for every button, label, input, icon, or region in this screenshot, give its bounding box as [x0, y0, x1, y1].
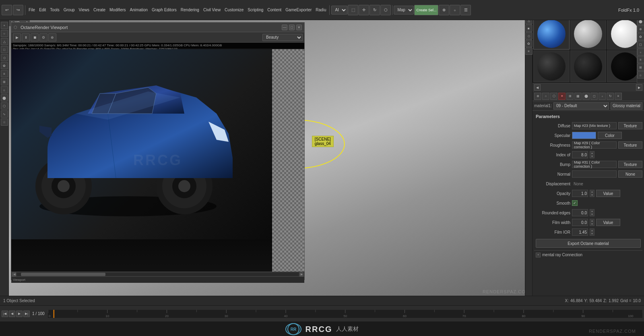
game-exporter-menu[interactable]: GameExporter — [284, 8, 313, 12]
bump-value[interactable]: Map #31 ( Color correction ) — [572, 161, 617, 168]
oct-pause-btn[interactable]: ⏸ — [22, 33, 30, 41]
left-btn-9[interactable]: ☼ — [1, 86, 8, 93]
mat-tool-1[interactable]: ⊕ — [534, 93, 541, 100]
left-btn-7[interactable]: ≡ — [1, 70, 8, 77]
opacity-type[interactable]: Value — [596, 190, 620, 197]
mat-right-btn-7[interactable]: ⊞ — [637, 64, 644, 71]
mat-type-btn[interactable]: Glossy material — [611, 102, 642, 110]
mat-right-btn-5[interactable]: ⬦ — [637, 48, 644, 56]
next-frame-btn[interactable]: ▶| — [23, 311, 30, 317]
octane-titlebar[interactable]: ⬡ OctaneRender Viewport — □ ✕ — [11, 23, 304, 32]
oct-mode-select[interactable]: Beauty — [262, 34, 303, 41]
left-btn-1[interactable]: + — [1, 22, 8, 29]
mat-right-btn-3[interactable]: ✿ — [637, 33, 644, 40]
film-ior-down[interactable]: ▼ — [590, 232, 594, 235]
left-btn-8[interactable]: ⊞ — [1, 78, 8, 85]
mat-tool-10[interactable]: ≡ — [615, 93, 622, 100]
maximize-btn[interactable]: □ — [289, 25, 295, 30]
mat-tool-9[interactable]: ↻ — [607, 93, 614, 100]
tools-menu[interactable]: Tools — [48, 8, 61, 12]
left-btn-11[interactable]: ⬡ — [1, 102, 8, 110]
mat-tool-5[interactable]: ▦ — [574, 93, 582, 100]
views-menu[interactable]: Views — [77, 8, 91, 12]
select-btn[interactable]: ⬚ — [348, 5, 358, 15]
mat-tool-4[interactable]: ⊞ — [566, 93, 574, 100]
rounded-edges-spinner[interactable]: ▲ ▼ — [590, 209, 594, 216]
graph-editors-menu[interactable]: Graph Editors — [150, 8, 178, 12]
film-width-down[interactable]: ▼ — [590, 222, 594, 226]
film-width-value[interactable]: 0.0 — [572, 219, 588, 226]
opacity-up[interactable]: ▲ — [590, 190, 594, 193]
specular-type[interactable]: Color — [598, 132, 622, 139]
rounded-edges-value[interactable]: 0.0 — [572, 209, 588, 216]
film-ior-spinner[interactable]: ▲ ▼ — [590, 228, 594, 236]
diffuse-value[interactable]: Map #23 (Mix texture ) — [572, 122, 617, 129]
right-btn-6[interactable]: ✿ — [525, 40, 533, 47]
scale-btn[interactable]: ⬡ — [380, 5, 391, 15]
bump-type[interactable]: Texture — [618, 161, 642, 168]
opacity-value[interactable]: 1.0 — [572, 190, 588, 197]
rounded-up[interactable]: ▲ — [590, 209, 594, 213]
mat-name-select[interactable]: 09 - Default — [553, 102, 609, 110]
mirror-btn[interactable]: ⬦ — [450, 5, 460, 15]
mat-right-btn-8[interactable]: ☼ — [637, 71, 644, 79]
roughness-type[interactable]: Texture — [618, 141, 642, 149]
film-ior-up[interactable]: ▲ — [590, 229, 594, 232]
rotate-btn[interactable]: ↻ — [369, 5, 380, 15]
normal-type[interactable]: None — [618, 170, 642, 178]
mat-nav-prev[interactable]: ◀ — [534, 84, 541, 91]
rendering-menu[interactable]: Rendering — [179, 8, 201, 12]
oct-render-btn[interactable]: ▶ — [13, 33, 21, 41]
right-btn-5[interactable]: ◇ — [525, 32, 533, 39]
create-menu[interactable]: Create — [92, 8, 107, 12]
roughness-value[interactable]: Map #29 ( Color correction ) — [572, 141, 617, 149]
scripting-menu[interactable]: Scripting — [246, 8, 265, 12]
modifiers-menu[interactable]: Modifiers — [108, 8, 128, 12]
align-btn[interactable]: ☰ — [460, 5, 471, 15]
rounded-down[interactable]: ▼ — [590, 213, 594, 216]
view-dropdown[interactable]: Map — [394, 6, 414, 15]
right-btn-4[interactable]: ■ — [525, 25, 533, 32]
play-fwd-btn[interactable]: ▶ — [16, 311, 23, 317]
mat-right-btn-2[interactable]: ⊕ — [637, 25, 644, 33]
scroll-thumb[interactable] — [21, 273, 105, 276]
preview-cell-1[interactable] — [533, 18, 570, 50]
mat-tool-7[interactable]: ◻ — [590, 93, 598, 100]
opacity-down[interactable]: ▼ — [590, 193, 594, 197]
diffuse-type[interactable]: Texture — [618, 122, 642, 129]
prev-frame-btn[interactable]: |◀ — [2, 311, 8, 317]
specular-color[interactable] — [572, 132, 596, 139]
export-octane-btn[interactable]: Export Octane material — [536, 239, 641, 248]
mr-expand-icon[interactable]: + — [536, 253, 541, 257]
left-btn-10[interactable]: ⬤ — [1, 94, 8, 102]
opacity-spinner[interactable]: ▲ ▼ — [590, 190, 594, 197]
preview-cell-5[interactable] — [570, 50, 607, 82]
normal-value[interactable] — [572, 170, 617, 178]
play-back-btn[interactable]: ◀ — [9, 311, 15, 317]
mat-tool-8[interactable]: ⬦ — [599, 93, 606, 100]
mat-tool-3[interactable]: ⬡ — [550, 93, 557, 100]
film-width-up[interactable]: ▲ — [590, 219, 594, 222]
left-btn-5[interactable]: ◇ — [1, 54, 8, 61]
oct-camera-btn[interactable]: ⊕ — [48, 33, 56, 41]
group-menu[interactable]: Group — [62, 8, 76, 12]
preview-cell-4[interactable] — [533, 50, 570, 82]
minimize-btn[interactable]: — — [282, 25, 287, 30]
smooth-checkbox[interactable]: ✓ — [572, 200, 578, 206]
scroll-track[interactable] — [17, 273, 299, 276]
mat-nav-next[interactable]: ▶ — [636, 84, 642, 91]
film-width-spinner[interactable]: ▲ ▼ — [590, 219, 594, 226]
file-menu[interactable]: File — [27, 8, 37, 12]
film-ior-value[interactable]: 1.45 — [572, 228, 588, 236]
redo-btn[interactable]: ↪ — [13, 5, 23, 15]
mat-right-btn-4[interactable]: ◻ — [637, 41, 644, 48]
index-spinner[interactable]: ▲ ▼ — [590, 151, 594, 158]
left-btn-4[interactable]: □ — [1, 46, 8, 53]
right-btn-7[interactable]: ≡ — [525, 48, 533, 55]
move-btn[interactable]: ✛ — [359, 5, 369, 15]
scroll-right[interactable]: ▶ — [299, 272, 303, 276]
index-down[interactable]: ▼ — [590, 155, 594, 158]
selection-dropdown[interactable]: All — [331, 6, 347, 15]
index-up[interactable]: ▲ — [590, 151, 594, 155]
customize-menu[interactable]: Customize — [223, 8, 245, 12]
